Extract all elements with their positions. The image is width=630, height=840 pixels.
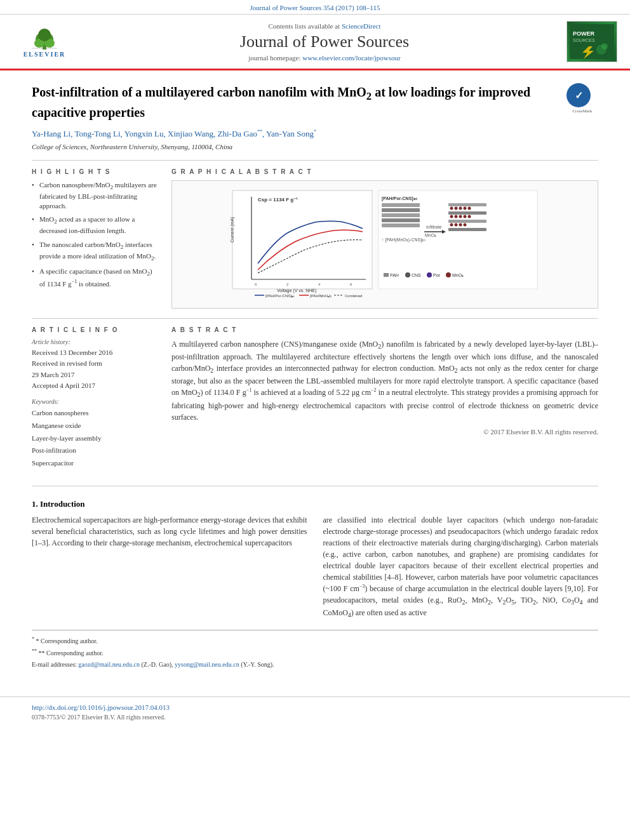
journal-title: Journal of Power Sources (89, 32, 560, 51)
graphical-abstract-svg: Current (mA) Csp = 1134 F g⁻¹ 0 2 4 6 Vo… (178, 187, 591, 302)
svg-point-43 (459, 206, 462, 210)
divider-3 (32, 486, 598, 486)
layer-stack-left (382, 203, 420, 227)
highlights-heading: H I G H L I G H T S (32, 168, 159, 175)
article-info-heading: A R T I C L E I N F O (32, 326, 159, 333)
journal-ref-text: Journal of Power Sources 354 (2017) 108–… (250, 4, 380, 11)
authors: Ya-Hang Li, Tong-Tong Li, Yongxin Lu, Xi… (32, 129, 598, 139)
graphical-abstract-box: Current (mA) Csp = 1134 F g⁻¹ 0 2 4 6 Vo… (171, 180, 598, 309)
article-info-column: A R T I C L E I N F O Article history: R… (32, 326, 159, 476)
svg-text:Combined: Combined (345, 294, 362, 298)
email-label: E-mail addresses: (32, 661, 77, 668)
journal-logo-right: POWER SOURCES (560, 21, 617, 62)
doi-link[interactable]: http://dx.doi.org/10.1016/j.jpowsour.201… (32, 703, 170, 711)
doi-line: http://dx.doi.org/10.1016/j.jpowsour.201… (32, 702, 598, 712)
svg-rect-30 (382, 203, 420, 207)
svg-rect-52 (448, 220, 486, 223)
svg-point-62 (427, 272, 432, 277)
svg-point-55 (459, 223, 462, 226)
elsevier-wordmark: ELSEVIER (23, 51, 66, 58)
history-label: Article history: (32, 338, 159, 345)
email2-name: (Y.-Y. Song). (241, 661, 274, 668)
issn-line: 0378-7753/© 2017 Elsevier B.V. All right… (32, 714, 598, 721)
received-date: Received 13 December 2016 (32, 347, 159, 359)
journal-header: ELSEVIER Contents lists available at Sci… (0, 15, 630, 70)
keywords-list: Carbon nanospheres Manganese oxide Layer… (32, 407, 159, 470)
svg-point-53 (450, 223, 453, 226)
svg-rect-34 (382, 223, 420, 227)
revised-label: Received in revised form (32, 358, 159, 370)
svg-text:[PAH/MnO₂]₅: [PAH/MnO₂]₅ (310, 294, 332, 298)
elsevier-logo-container: ELSEVIER (13, 24, 89, 59)
intro-col-right: are classified into electrical double la… (323, 514, 599, 620)
svg-point-11 (601, 43, 608, 50)
email-link-1[interactable]: gaozd@mail.neu.edu.cn (78, 661, 140, 668)
main-content: Post-infiltration of a multilayered carb… (0, 70, 630, 684)
article-history-group: Article history: Received 13 December 20… (32, 338, 159, 392)
sciencedirect-link[interactable]: ScienceDirect (342, 22, 381, 30)
elsevier-tree-icon (25, 25, 64, 50)
svg-point-48 (455, 215, 458, 218)
intro-left-text: Electrochemical supercapacitors are high… (32, 516, 307, 547)
svg-text:Csp = 1134 F g⁻¹: Csp = 1134 F g⁻¹ (258, 197, 298, 203)
power-sources-logo: POWER SOURCES (566, 21, 617, 62)
keyword-4: Post-infiltration (32, 444, 159, 457)
svg-point-47 (450, 215, 453, 218)
svg-point-49 (459, 215, 462, 218)
highlights-graphical-section: H I G H L I G H T S Carbon nanosphere/Mn… (32, 168, 598, 309)
keywords-label: Keywords: (32, 398, 159, 405)
intro-col-left: Electrochemical supercapacitors are high… (32, 514, 307, 620)
svg-point-4 (38, 29, 51, 41)
abstract-heading: A B S T R A C T (171, 326, 598, 333)
elsevier-logo: ELSEVIER (13, 24, 76, 59)
article-title-section: Post-infiltration of a multilayered carb… (32, 83, 598, 121)
highlights-column: H I G H L I G H T S Carbon nanosphere/Mn… (32, 168, 159, 309)
intro-right-text: are classified into electrical double la… (323, 516, 599, 617)
journal-homepage-line: journal homepage: www.elsevier.com/locat… (89, 54, 560, 62)
svg-text:Current (mA): Current (mA) (230, 217, 235, 242)
article-title: Post-infiltration of a multilayered carb… (32, 83, 557, 121)
introduction-section: 1. Introduction Electrochemical supercap… (32, 499, 598, 669)
power-sources-logo-svg: POWER SOURCES (570, 24, 614, 59)
article-info-abstract-section: A R T I C L E I N F O Article history: R… (32, 326, 598, 476)
contents-text: Contents lists available at (268, 22, 340, 30)
affiliation: College of Sciences, Northeastern Univer… (32, 143, 598, 150)
bottom-bar: http://dx.doi.org/10.1016/j.jpowsour.201… (0, 697, 630, 726)
svg-text:CNS: CNS (412, 273, 421, 277)
svg-text:Por: Por (433, 273, 441, 277)
journal-reference: Journal of Power Sources 354 (2017) 108–… (0, 0, 630, 15)
highlight-item-4: A specific capacitance (based on MnO2) o… (32, 267, 159, 289)
svg-point-45 (468, 206, 471, 210)
svg-point-50 (464, 215, 467, 218)
crossmark-circle: ✓ (566, 83, 591, 107)
keywords-group: Keywords: Carbon nanospheres Manganese o… (32, 398, 159, 470)
sciencedirect-line: Contents lists available at ScienceDirec… (89, 22, 560, 30)
homepage-text: journal homepage: (248, 54, 300, 62)
svg-text:[PAH/Por-CNS]₂₀: [PAH/Por-CNS]₂₀ (265, 294, 295, 298)
star-note-text: * Corresponding author. (36, 637, 98, 644)
footnote-star: * * Corresponding author. (32, 636, 598, 646)
keyword-5: Supercapacitor (32, 457, 159, 470)
svg-text:POWER: POWER (573, 30, 595, 37)
svg-point-56 (464, 223, 467, 226)
abstract-column: A B S T R A C T A multilayered carbon na… (171, 326, 598, 476)
introduction-two-col: Electrochemical supercapacitors are high… (32, 514, 598, 620)
svg-point-44 (464, 206, 467, 210)
crossmark-symbol: ✓ (575, 90, 583, 102)
email-link-2[interactable]: yysong@mail.neu.edu.cn (175, 661, 239, 668)
svg-rect-32 (382, 213, 420, 217)
crossmark-logo[interactable]: ✓ CrossMark (566, 83, 598, 109)
divider-1 (32, 160, 598, 161)
homepage-link[interactable]: www.elsevier.com/locate/jpowsour (302, 54, 400, 62)
keyword-1: Carbon nanospheres (32, 407, 159, 420)
svg-point-60 (405, 272, 410, 277)
keyword-2: Manganese oxide (32, 420, 159, 432)
svg-text:MnO₂: MnO₂ (425, 233, 436, 237)
svg-text:[PAH/Por-CNS]₂₀: [PAH/Por-CNS]₂₀ (382, 196, 417, 201)
svg-text:↑ [PAH(MnO₂)-CNS]₂₀: ↑ [PAH(MnO₂)-CNS]₂₀ (382, 237, 426, 243)
revised-date: 29 March 2017 (32, 370, 159, 381)
divider-2 (32, 318, 598, 319)
highlight-item-3: The nanoscaled carbon/MnO2 interfaces pr… (32, 240, 159, 263)
crossmark-label: CrossMark (566, 109, 598, 114)
svg-rect-31 (382, 208, 420, 212)
